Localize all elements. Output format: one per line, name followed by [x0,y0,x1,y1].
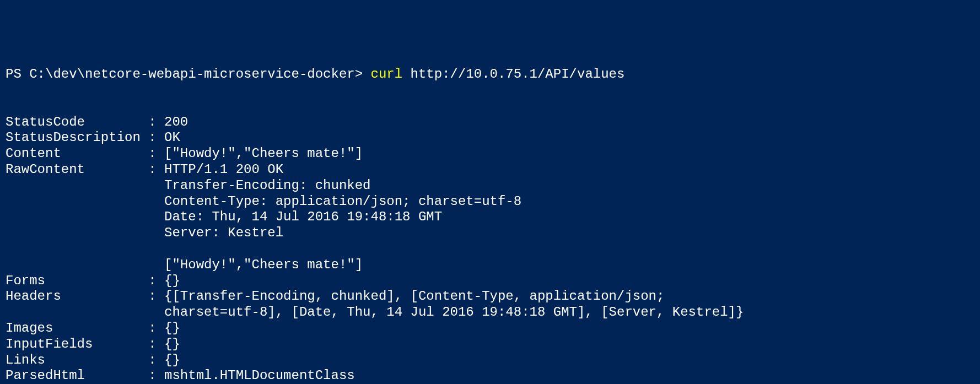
headers-row: Headers : {[Transfer-Encoding, chunked],… [6,289,664,304]
headers-row: charset=utf-8], [Date, Thu, 14 Jul 2016 … [6,305,744,320]
raw-content-row: Transfer-Encoding: chunked [6,178,371,193]
raw-content-row: Server: Kestrel [6,225,283,240]
command-name: curl [371,67,403,82]
command-args: http://10.0.75.1/API/values [402,67,624,82]
forms-row: Forms : {} [6,273,180,288]
parsed-html-row: ParsedHtml : mshtml.HTMLDocumentClass [6,368,355,383]
status-code-row: StatusCode : 200 [6,115,188,129]
terminal-output[interactable]: PS C:\dev\netcore-webapi-microservice-do… [6,67,974,384]
content-row: Content : ["Howdy!","Cheers mate!"] [6,146,363,161]
images-row: Images : {} [6,321,180,336]
raw-content-row: Content-Type: application/json; charset=… [6,194,521,209]
status-description-row: StatusDescription : OK [6,130,180,145]
raw-content-row: ["Howdy!","Cheers mate!"] [6,257,363,272]
links-row: Links : {} [6,353,180,367]
raw-content-row: RawContent : HTTP/1.1 200 OK [6,162,283,177]
input-fields-row: InputFields : {} [6,337,180,351]
raw-content-row: Date: Thu, 14 Jul 2016 19:48:18 GMT [6,209,442,224]
prompt-prefix: PS C:\dev\netcore-webapi-microservice-do… [6,67,371,82]
